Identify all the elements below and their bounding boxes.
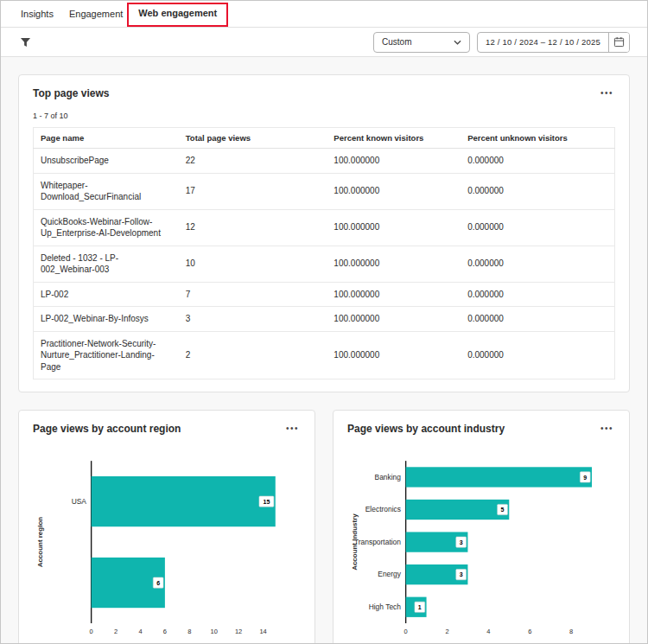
calendar-button[interactable] — [608, 33, 629, 52]
table-row: Whitepaper-Download_SecurFinancial17100.… — [34, 173, 615, 209]
industry-bar-chart: 02468Banking9Electronics5Transportation3… — [347, 442, 615, 644]
table-cell: 0.000000 — [461, 282, 614, 307]
table-cell: 100.000000 — [327, 282, 461, 307]
date-range-field[interactable]: 12 / 10 / 2024 – 12 / 10 / 2025 — [477, 32, 630, 53]
table-cell: 2 — [179, 331, 327, 379]
table-row: Deleted - 1032 - LP-002_Webinar-00310100… — [34, 245, 615, 282]
filter-button[interactable] — [18, 34, 33, 51]
bar-value-label: 5 — [501, 507, 505, 513]
table-cell: 17 — [179, 173, 327, 209]
table-cell: 0.000000 — [461, 173, 614, 209]
bar-value-label: 6 — [156, 580, 160, 586]
x-tick-label: 8 — [187, 628, 191, 635]
table-cell: 0.000000 — [461, 307, 614, 332]
x-tick-label: 2 — [445, 628, 448, 635]
top-page-views-card: Top page views ••• 1 - 7 of 10 Page name… — [18, 74, 630, 392]
column-header: Total page views — [179, 128, 327, 149]
table-cell: QuickBooks-Webinar-Follow-Up_Enterprise-… — [34, 209, 179, 245]
table-row: LP-002_Webinar-By-Infosys3100.0000000.00… — [34, 307, 615, 332]
table-cell: 100.000000 — [327, 173, 461, 209]
table-cell: 0.000000 — [461, 209, 614, 245]
x-tick-label: 12 — [235, 628, 242, 635]
tab-insights[interactable]: Insights — [13, 1, 61, 27]
tab-web-engagement[interactable]: Web engagement — [130, 1, 225, 27]
table-cell: 10 — [179, 245, 327, 282]
chevron-down-icon — [454, 40, 461, 45]
x-tick-label: 0 — [404, 628, 408, 635]
pagination-label: 1 - 7 of 10 — [33, 112, 615, 120]
table-cell: 100.000000 — [327, 245, 461, 282]
bar-value-label: 3 — [460, 571, 463, 577]
table-cell: 7 — [179, 282, 327, 307]
bar[interactable] — [406, 467, 592, 487]
table-cell: 0.000000 — [461, 149, 614, 174]
bar-value-label: 1 — [418, 604, 422, 610]
industry-chart-header: Page views by account industry ••• — [347, 423, 615, 435]
more-options-button[interactable]: ••• — [284, 424, 301, 433]
filter-bar: Custom 12 / 10 / 2024 – 12 / 10 / 2025 — [1, 28, 647, 57]
x-tick-label: 10 — [211, 628, 218, 635]
x-tick-label: 4 — [138, 628, 142, 635]
table-row: LP-0027100.0000000.000000 — [34, 282, 615, 307]
category-label: USA — [72, 497, 87, 506]
table-cell: 100.000000 — [327, 149, 461, 174]
category-label: Electronics — [365, 505, 401, 513]
dashboard-content: Top page views ••• 1 - 7 of 10 Page name… — [1, 57, 647, 644]
tab-engagement[interactable]: Engagement — [61, 1, 130, 27]
tab-bar: Insights Engagement Web engagement — [1, 1, 647, 28]
table-cell: 22 — [179, 149, 327, 174]
date-preset-value: Custom — [382, 37, 411, 47]
region-chart-title: Page views by account region — [33, 423, 181, 435]
column-header: Percent unknown visitors — [461, 128, 614, 149]
table-row: Practitioner-Network-Security-Nurture_Pr… — [34, 331, 615, 379]
x-tick-label: 8 — [569, 628, 573, 635]
calendar-icon — [613, 36, 625, 48]
more-options-button[interactable]: ••• — [599, 89, 615, 98]
bar-value-label: 9 — [583, 475, 587, 481]
table-cell: 100.000000 — [327, 331, 461, 379]
industry-chart-card: Page views by account industry ••• 02468… — [333, 410, 630, 644]
x-tick-label: 2 — [114, 628, 118, 635]
category-label: High Tech — [369, 603, 402, 611]
table-cell: 12 — [179, 209, 327, 245]
page-views-table: Page nameTotal page viewsPercent known v… — [33, 127, 615, 379]
table-cell: 100.000000 — [327, 307, 461, 332]
category-label: Transportation — [354, 538, 401, 546]
table-cell: 3 — [179, 307, 327, 332]
table-row: UnsubscribePage22100.0000000.000000 — [34, 149, 615, 174]
y-axis-label: Account Industry — [351, 513, 359, 571]
x-tick-label: 6 — [163, 628, 167, 635]
x-tick-label: 14 — [259, 628, 266, 635]
table-cell: UnsubscribePage — [34, 149, 179, 174]
top-page-views-title: Top page views — [33, 87, 109, 99]
tab-web-engagement-label: Web engagement — [138, 8, 217, 18]
column-header: Percent known visitors — [327, 128, 461, 149]
top-page-views-header: Top page views ••• — [33, 87, 615, 99]
region-bar-chart: 02468101214USA156Page viewsAccount regio… — [33, 442, 301, 644]
more-options-button[interactable]: ••• — [599, 424, 615, 433]
x-tick-label: 6 — [528, 628, 531, 635]
table-row: QuickBooks-Webinar-Follow-Up_Enterprise-… — [34, 209, 615, 245]
date-range-value: 12 / 10 / 2024 – 12 / 10 / 2025 — [478, 33, 608, 52]
web-engagement-page: Insights Engagement Web engagement Custo… — [0, 0, 648, 644]
category-label: Energy — [378, 570, 402, 578]
column-header: Page name — [34, 128, 179, 149]
bar[interactable] — [406, 500, 510, 520]
table-cell: Whitepaper-Download_SecurFinancial — [34, 173, 179, 209]
table-cell: 100.000000 — [327, 209, 461, 245]
table-cell: Deleted - 1032 - LP-002_Webinar-003 — [34, 245, 179, 282]
bar[interactable] — [92, 476, 276, 526]
region-chart-header: Page views by account region ••• — [33, 423, 301, 435]
bar-value-label: 3 — [460, 539, 463, 545]
category-label: Banking — [375, 473, 402, 481]
date-preset-select[interactable]: Custom — [373, 32, 470, 53]
industry-chart-title: Page views by account industry — [347, 423, 505, 435]
table-cell: LP-002_Webinar-By-Infosys — [34, 307, 179, 332]
region-chart-card: Page views by account region ••• 0246810… — [18, 410, 315, 644]
y-axis-label: Account region — [36, 517, 44, 568]
x-tick-label: 0 — [90, 628, 93, 635]
table-cell: LP-002 — [34, 282, 179, 307]
table-cell: Practitioner-Network-Security-Nurture_Pr… — [34, 331, 179, 379]
filter-funnel-icon — [20, 37, 31, 48]
table-cell: 0.000000 — [461, 245, 614, 282]
